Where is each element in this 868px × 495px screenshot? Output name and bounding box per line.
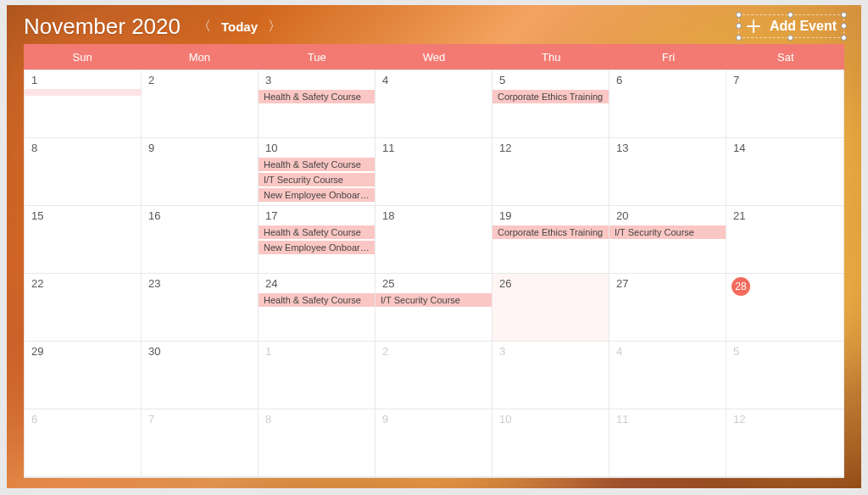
day-cell[interactable]: 3 bbox=[492, 342, 609, 409]
day-cell[interactable]: 8 bbox=[259, 409, 376, 477]
day-number: 2 bbox=[142, 70, 258, 89]
day-cell[interactable]: 12 bbox=[726, 409, 843, 477]
day-number: 3 bbox=[259, 70, 375, 89]
day-cell[interactable]: 15 bbox=[25, 206, 142, 274]
calendar-event[interactable]: Corporate Ethics Training bbox=[492, 225, 609, 239]
day-number: 5 bbox=[726, 342, 843, 360]
day-number: 11 bbox=[376, 138, 492, 157]
day-cell[interactable]: 2 bbox=[376, 342, 492, 409]
day-cell[interactable]: 3Health & Safety Course bbox=[259, 70, 376, 138]
day-cell[interactable]: 6 bbox=[25, 409, 142, 477]
day-number: 6 bbox=[609, 70, 726, 89]
day-number: 12 bbox=[492, 138, 609, 157]
today-button[interactable]: Today bbox=[221, 19, 258, 34]
day-cell[interactable]: 28 bbox=[726, 274, 843, 342]
selection-handle[interactable] bbox=[841, 35, 847, 41]
day-cell[interactable]: 29 bbox=[25, 342, 142, 409]
calendar-event[interactable]: Health & Safety Course bbox=[259, 158, 375, 171]
selection-handle[interactable] bbox=[787, 35, 793, 41]
day-cell[interactable]: 4 bbox=[376, 70, 492, 138]
day-cell[interactable]: 24Health & Safety Course bbox=[259, 274, 376, 342]
selection-handle[interactable] bbox=[736, 23, 742, 29]
weekday-header: Sat bbox=[727, 44, 844, 70]
day-cell[interactable]: 20I/T Security Course bbox=[609, 206, 726, 274]
weekday-header: Tue bbox=[259, 44, 376, 70]
weekday-header: Fri bbox=[609, 44, 726, 70]
day-cell[interactable]: 7 bbox=[726, 70, 843, 138]
day-number: 7 bbox=[726, 70, 843, 89]
day-number: 30 bbox=[142, 342, 258, 360]
prev-month-button[interactable]: 〈 bbox=[198, 18, 211, 36]
day-number: 23 bbox=[142, 274, 258, 292]
day-cell[interactable]: 16 bbox=[142, 206, 259, 274]
calendar-event[interactable]: I/T Security Course bbox=[376, 293, 492, 307]
plus-icon bbox=[746, 19, 761, 34]
calendar-event[interactable]: Health & Safety Course bbox=[259, 293, 375, 307]
day-cell[interactable]: 5Corporate Ethics Training bbox=[492, 70, 609, 138]
day-number: 9 bbox=[376, 409, 492, 428]
day-cell[interactable]: 10Health & Safety CourseI/T Security Cou… bbox=[259, 138, 376, 206]
day-cell[interactable]: 21 bbox=[726, 206, 843, 274]
calendar-event[interactable]: New Employee Onboardi... bbox=[259, 188, 375, 202]
calendar-event[interactable]: I/T Security Course bbox=[609, 225, 726, 239]
day-number: 27 bbox=[609, 274, 726, 292]
day-number: 9 bbox=[142, 138, 258, 157]
day-number: 6 bbox=[25, 409, 141, 428]
day-cell[interactable]: 6 bbox=[609, 70, 726, 138]
day-number: 17 bbox=[259, 206, 375, 225]
day-number: 4 bbox=[376, 70, 492, 89]
day-number: 25 bbox=[376, 274, 492, 292]
day-cell[interactable]: 8 bbox=[25, 138, 142, 206]
day-cell[interactable]: 11 bbox=[376, 138, 492, 206]
add-event-label: Add Event bbox=[770, 19, 837, 34]
day-number: 5 bbox=[492, 70, 609, 89]
next-month-button[interactable]: 〉 bbox=[268, 18, 281, 36]
day-number: 19 bbox=[492, 206, 609, 225]
day-cell[interactable]: 7 bbox=[142, 409, 259, 477]
selection-handle[interactable] bbox=[736, 35, 742, 41]
day-cell[interactable]: 12 bbox=[492, 138, 609, 206]
calendar-event[interactable]: Corporate Ethics Training bbox=[492, 90, 609, 103]
day-cell[interactable]: 26 bbox=[492, 274, 609, 342]
calendar-event[interactable]: Health & Safety Course bbox=[259, 225, 375, 239]
calendar-event[interactable]: I/T Security Course bbox=[259, 173, 375, 186]
day-cell[interactable]: 10 bbox=[492, 409, 609, 477]
day-number: 8 bbox=[25, 138, 141, 157]
selection-handle[interactable] bbox=[841, 12, 847, 18]
day-number: 1 bbox=[259, 342, 375, 360]
weekday-header: Mon bbox=[141, 44, 258, 70]
day-number: 15 bbox=[25, 206, 141, 225]
day-number: 11 bbox=[609, 409, 726, 428]
day-cell[interactable]: 22 bbox=[25, 274, 142, 342]
day-cell[interactable]: 9 bbox=[376, 409, 492, 477]
day-cell[interactable]: 4 bbox=[609, 342, 726, 409]
add-event-button[interactable]: Add Event bbox=[738, 14, 844, 38]
day-number: 13 bbox=[609, 138, 726, 157]
event-stub[interactable] bbox=[25, 89, 141, 96]
day-number: 28 bbox=[732, 277, 750, 296]
selection-handle[interactable] bbox=[841, 23, 847, 29]
day-cell[interactable]: 18 bbox=[376, 206, 492, 274]
day-cell[interactable]: 23 bbox=[142, 274, 259, 342]
day-cell[interactable]: 5 bbox=[726, 342, 843, 409]
calendar-event[interactable]: Health & Safety Course bbox=[259, 90, 375, 103]
day-cell[interactable]: 11 bbox=[609, 409, 726, 477]
calendar-event[interactable]: New Employee Onboardi... bbox=[259, 241, 375, 254]
selection-handle[interactable] bbox=[787, 12, 793, 18]
day-cell[interactable]: 25I/T Security Course bbox=[376, 274, 492, 342]
selection-handle[interactable] bbox=[736, 12, 742, 18]
weekday-header-row: Sun Mon Tue Wed Thu Fri Sat bbox=[24, 44, 844, 70]
day-number: 24 bbox=[259, 274, 375, 292]
day-cell[interactable]: 1 bbox=[25, 70, 142, 138]
day-number: 8 bbox=[259, 409, 375, 428]
calendar-grid: 123Health & Safety Course45Corporate Eth… bbox=[24, 70, 844, 478]
day-cell[interactable]: 14 bbox=[726, 138, 843, 206]
day-cell[interactable]: 2 bbox=[142, 70, 259, 138]
day-cell[interactable]: 27 bbox=[609, 274, 726, 342]
day-cell[interactable]: 30 bbox=[142, 342, 259, 409]
day-cell[interactable]: 13 bbox=[609, 138, 726, 206]
day-cell[interactable]: 17Health & Safety CourseNew Employee Onb… bbox=[259, 206, 376, 274]
day-cell[interactable]: 19Corporate Ethics Training bbox=[492, 206, 609, 274]
day-cell[interactable]: 1 bbox=[259, 342, 376, 409]
day-cell[interactable]: 9 bbox=[142, 138, 259, 206]
